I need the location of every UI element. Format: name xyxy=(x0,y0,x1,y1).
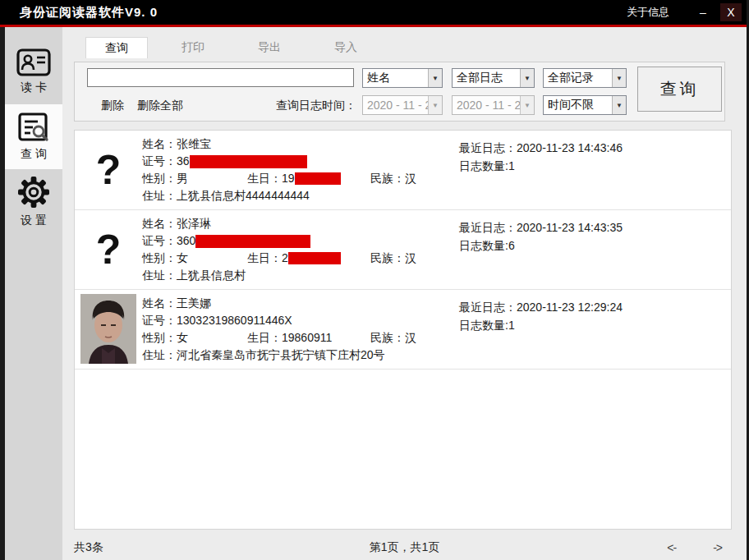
record-birth: 2 xyxy=(282,250,288,267)
photo-placeholder: ? xyxy=(80,135,136,204)
empty-list-area xyxy=(75,370,731,530)
chevron-down-icon: ▼ xyxy=(612,96,626,114)
query-button[interactable]: 查询 xyxy=(637,67,722,112)
record-birth: 19860911 xyxy=(282,329,332,347)
record-log-info: 最近日志：2020-11-23 14:43:46 日志数量:1 xyxy=(459,139,623,175)
log-count: 1 xyxy=(508,319,515,332)
status-bar: 共3条 第1页，共1页 <- -> xyxy=(62,535,747,560)
chevron-down-icon: ▼ xyxy=(612,69,626,87)
title-bar: 身份证阅读器软件V9. 0 关于信息 – X xyxy=(0,0,747,25)
tab-export[interactable]: 导出 xyxy=(238,37,301,58)
question-mark-icon: ? xyxy=(96,149,122,190)
record-name: 张泽琳 xyxy=(177,215,211,232)
question-mark-icon: ? xyxy=(96,229,122,270)
record-ethnic: 汉 xyxy=(405,251,416,264)
tab-import[interactable]: 导入 xyxy=(315,37,377,58)
records-list: ? 姓名：张维宝 证号：36 性别：男 生日：19 民族：汉 住址：上犹县信息村… xyxy=(74,130,732,530)
time-range-select[interactable]: 时间不限 ▼ xyxy=(543,95,627,115)
chevron-down-icon: ▼ xyxy=(520,69,534,87)
date-to-picker[interactable]: 2020 - 11 - 23 ▼ xyxy=(452,95,535,115)
id-photo xyxy=(80,294,136,364)
record-details: 姓名：张维宝 证号：36 性别：男 生日：19 民族：汉 住址：上犹县信息村44… xyxy=(142,135,416,204)
tab-query[interactable]: 查询 xyxy=(85,37,148,58)
search-field-select[interactable]: 姓名 ▼ xyxy=(362,68,443,88)
sidebar: 读 卡 查 询 xyxy=(5,27,62,560)
record-id: 13032319860911446X xyxy=(177,312,292,329)
record-log-info: 最近日志：2020-11-23 12:29:24 日志数量:1 xyxy=(459,298,623,334)
redaction-block xyxy=(195,235,310,248)
delete-all-button[interactable]: 删除全部 xyxy=(137,99,183,113)
record-row[interactable]: ? 姓名：张维宝 证号：36 性别：男 生日：19 民族：汉 住址：上犹县信息村… xyxy=(75,131,731,210)
chevron-down-icon: ▼ xyxy=(520,96,534,114)
record-id: 36 xyxy=(177,153,190,170)
document-search-icon xyxy=(17,112,50,143)
delete-button[interactable]: 删除 xyxy=(101,99,124,113)
log-time-label: 查询日志时间： xyxy=(243,99,356,113)
log-count: 1 xyxy=(508,159,515,172)
portrait-photo xyxy=(80,294,136,364)
next-page-button[interactable]: -> xyxy=(713,541,722,554)
close-button[interactable]: X xyxy=(720,3,742,21)
date-from-picker[interactable]: 2020 - 11 - 23 ▼ xyxy=(362,95,443,115)
sidebar-item-settings[interactable]: 设 置 xyxy=(5,169,62,234)
last-log-time: 2020-11-23 14:43:35 xyxy=(517,221,623,234)
page-info: 第1页，共1页 xyxy=(370,540,440,555)
search-panel: 姓名 ▼ 全部日志 ▼ 全部记录 ▼ 查询 删除 删除全部 查询日志时间： 20… xyxy=(74,62,725,122)
record-address: 河北省秦皇岛市抚宁县抚宁镇下庄村20号 xyxy=(177,347,385,364)
log-count: 6 xyxy=(508,239,515,252)
id-card-icon xyxy=(16,48,51,76)
record-ethnic: 汉 xyxy=(405,172,416,185)
record-filter-select[interactable]: 全部记录 ▼ xyxy=(543,68,627,88)
sidebar-label-query: 查 询 xyxy=(21,147,47,162)
record-ethnic: 汉 xyxy=(405,331,416,344)
about-menu[interactable]: 关于信息 xyxy=(627,5,669,20)
redaction-block xyxy=(295,172,341,185)
sidebar-label-settings: 设 置 xyxy=(21,213,47,228)
record-name: 王美娜 xyxy=(177,295,211,312)
last-log-time: 2020-11-23 12:29:24 xyxy=(517,301,623,314)
photo-placeholder: ? xyxy=(80,214,136,284)
search-input[interactable] xyxy=(87,68,354,87)
record-sex: 男 xyxy=(177,172,188,185)
redaction-block xyxy=(288,252,341,264)
app-title: 身份证阅读器软件V9. 0 xyxy=(20,5,158,21)
record-sex: 女 xyxy=(177,251,188,264)
main-area: 查询 打印 导出 导入 姓名 ▼ 全部日志 ▼ 全部记录 ▼ xyxy=(62,27,747,560)
record-sex: 女 xyxy=(177,331,188,344)
sidebar-item-query[interactable]: 查 询 xyxy=(5,104,62,169)
chevron-down-icon: ▼ xyxy=(428,69,442,87)
tab-bar: 查询 打印 导出 导入 xyxy=(85,37,747,58)
sidebar-item-read-card[interactable]: 读 卡 xyxy=(5,39,62,104)
record-details: 姓名：张泽琳 证号：360 性别：女 生日：2 民族：汉 住址：上犹县信息村 xyxy=(142,215,416,284)
record-id: 360 xyxy=(177,232,195,250)
record-row[interactable]: 姓名：王美娜 证号：13032319860911446X 性别：女 生日：198… xyxy=(75,290,731,370)
record-details: 姓名：王美娜 证号：13032319860911446X 性别：女 生日：198… xyxy=(142,295,416,364)
record-name: 张维宝 xyxy=(177,135,211,153)
sidebar-label-read-card: 读 卡 xyxy=(21,80,47,95)
record-row[interactable]: ? 姓名：张泽琳 证号：360 性别：女 生日：2 民族：汉 住址：上犹县信息村 xyxy=(75,210,731,290)
redaction-block xyxy=(190,155,307,168)
record-birth: 19 xyxy=(282,170,295,187)
minimize-button[interactable]: – xyxy=(692,3,714,21)
gear-icon xyxy=(16,175,51,209)
record-address: 上犹县信息村 xyxy=(177,267,246,284)
tab-print[interactable]: 打印 xyxy=(162,37,224,58)
prev-page-button[interactable]: <- xyxy=(667,541,676,554)
app-window: 身份证阅读器软件V9. 0 关于信息 – X 读 卡 xyxy=(0,0,749,560)
total-count: 共3条 xyxy=(74,540,103,555)
last-log-time: 2020-11-23 14:43:46 xyxy=(517,141,623,154)
record-log-info: 最近日志：2020-11-23 14:43:35 日志数量:6 xyxy=(459,218,623,255)
chevron-down-icon: ▼ xyxy=(428,96,442,114)
log-filter-select[interactable]: 全部日志 ▼ xyxy=(452,68,535,88)
record-address: 上犹县信息村4444444444 xyxy=(177,187,310,204)
